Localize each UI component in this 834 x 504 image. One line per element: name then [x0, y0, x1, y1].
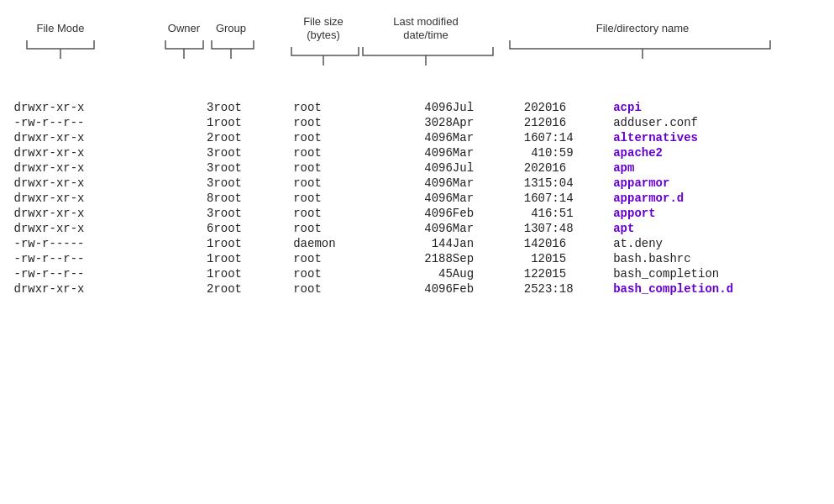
cell-month: Feb: [453, 281, 503, 297]
cell-mode: -rw-r--r--: [14, 266, 174, 281]
cell-month: Aug: [453, 266, 503, 281]
table-row: drwxr-xr-x 3 root root 4096 Jul 20 2016 …: [14, 100, 821, 115]
cell-time: 07:14: [538, 130, 614, 145]
cell-owner: root: [213, 251, 293, 266]
cell-day: 13: [503, 221, 538, 236]
cell-month: Apr: [453, 115, 503, 130]
filename-bracket: [510, 40, 770, 49]
cell-month: Sep: [453, 251, 503, 266]
cell-links: 1: [173, 251, 213, 266]
cell-time: 2016: [538, 100, 614, 115]
cell-size: 4096: [387, 145, 453, 160]
cell-filename: bash.bashrc: [613, 251, 820, 266]
cell-owner: root: [213, 100, 293, 115]
lastmod-label-line1: Last modified: [393, 17, 458, 28]
cell-filename: apparmor.d: [613, 191, 820, 206]
cell-size: 45: [387, 266, 453, 281]
table-row: drwxr-xr-x 3 root root 4096 Mar 13 15:04…: [14, 176, 821, 191]
cell-size: 4096: [387, 281, 453, 297]
cell-month: Jul: [453, 160, 503, 176]
table-row: -rw-r--r-- 1 root root 3028 Apr 21 2016 …: [14, 115, 821, 130]
cell-filename: apparmor: [613, 176, 820, 191]
cell-mode: drwxr-xr-x: [14, 130, 174, 145]
cell-mode: drwxr-xr-x: [14, 160, 174, 176]
file-table: drwxr-xr-x 3 root root 4096 Jul 20 2016 …: [14, 100, 821, 297]
cell-mode: drwxr-xr-x: [14, 176, 174, 191]
cell-time: 2015: [538, 266, 614, 281]
main-container: File Mode Owner Group File size (bytes) …: [14, 8, 821, 297]
cell-owner: root: [213, 206, 293, 221]
table-row: drwxr-xr-x 2 root root 4096 Feb 25 23:18…: [14, 281, 821, 297]
cell-group: root: [293, 221, 387, 236]
cell-owner: root: [213, 191, 293, 206]
cell-links: 2: [173, 281, 213, 297]
cell-links: 1: [173, 266, 213, 281]
cell-mode: drwxr-xr-x: [14, 145, 174, 160]
cell-links: 1: [173, 115, 213, 130]
cell-size: 4096: [387, 206, 453, 221]
cell-links: 1: [173, 236, 213, 251]
cell-day: 16: [503, 191, 538, 206]
owner-bracket: [165, 40, 203, 49]
cell-size: 4096: [387, 160, 453, 176]
cell-time: 2015: [538, 251, 614, 266]
cell-group: root: [293, 145, 387, 160]
header-annotations: File Mode Owner Group File size (bytes) …: [14, 17, 821, 100]
table-row: -rw-r--r-- 1 root root 2188 Sep 1 2015 b…: [14, 251, 821, 266]
cell-day: 13: [503, 176, 538, 191]
cell-day: 16: [503, 130, 538, 145]
cell-group: root: [293, 130, 387, 145]
cell-group: root: [293, 100, 387, 115]
group-bracket: [212, 40, 254, 49]
cell-month: Jan: [453, 236, 503, 251]
cell-links: 3: [173, 176, 213, 191]
cell-group: root: [293, 251, 387, 266]
cell-group: root: [293, 266, 387, 281]
filename-label: File/directory name: [595, 22, 689, 34]
cell-links: 3: [173, 206, 213, 221]
cell-day: 20: [503, 160, 538, 176]
cell-owner: root: [213, 236, 293, 251]
cell-day: 1: [503, 251, 538, 266]
cell-time: 07:48: [538, 221, 614, 236]
cell-links: 6: [173, 221, 213, 236]
header-svg: File Mode Owner Group File size (bytes) …: [14, 17, 821, 97]
cell-month: Feb: [453, 206, 503, 221]
cell-month: Jul: [453, 100, 503, 115]
cell-month: Mar: [453, 191, 503, 206]
table-row: drwxr-xr-x 3 root root 4096 Jul 20 2016 …: [14, 160, 821, 176]
cell-size: 144: [387, 236, 453, 251]
cell-time: 23:18: [538, 281, 614, 297]
cell-time: 15:04: [538, 176, 614, 191]
cell-links: 8: [173, 191, 213, 206]
cell-size: 4096: [387, 176, 453, 191]
table-row: -rw-r--r-- 1 root root 45 Aug 12 2015 ba…: [14, 266, 821, 281]
cell-group: daemon: [293, 236, 387, 251]
group-label: Group: [215, 22, 245, 34]
cell-filename: acpi: [613, 100, 820, 115]
cell-mode: -rw-r--r--: [14, 115, 174, 130]
table-row: drwxr-xr-x 3 root root 4096 Feb 4 16:51 …: [14, 206, 821, 221]
cell-time: 2016: [538, 236, 614, 251]
lastmod-label-line2: date/time: [403, 29, 448, 41]
cell-month: Mar: [453, 176, 503, 191]
filesize-bracket: [291, 47, 359, 55]
table-row: -rw-r----- 1 root daemon 144 Jan 14 2016…: [14, 236, 821, 251]
cell-day: 25: [503, 281, 538, 297]
cell-size: 4096: [387, 100, 453, 115]
cell-group: root: [293, 176, 387, 191]
cell-mode: -rw-r-----: [14, 236, 174, 251]
cell-mode: drwxr-xr-x: [14, 221, 174, 236]
filesize-label-line2: (bytes): [307, 29, 340, 41]
cell-size: 2188: [387, 251, 453, 266]
cell-links: 2: [173, 130, 213, 145]
cell-owner: root: [213, 160, 293, 176]
cell-mode: drwxr-xr-x: [14, 281, 174, 297]
cell-owner: root: [213, 221, 293, 236]
cell-filename: apache2: [613, 145, 820, 160]
cell-size: 4096: [387, 130, 453, 145]
cell-group: root: [293, 281, 387, 297]
cell-filename: at.deny: [613, 236, 820, 251]
cell-mode: drwxr-xr-x: [14, 100, 174, 115]
cell-links: 3: [173, 160, 213, 176]
